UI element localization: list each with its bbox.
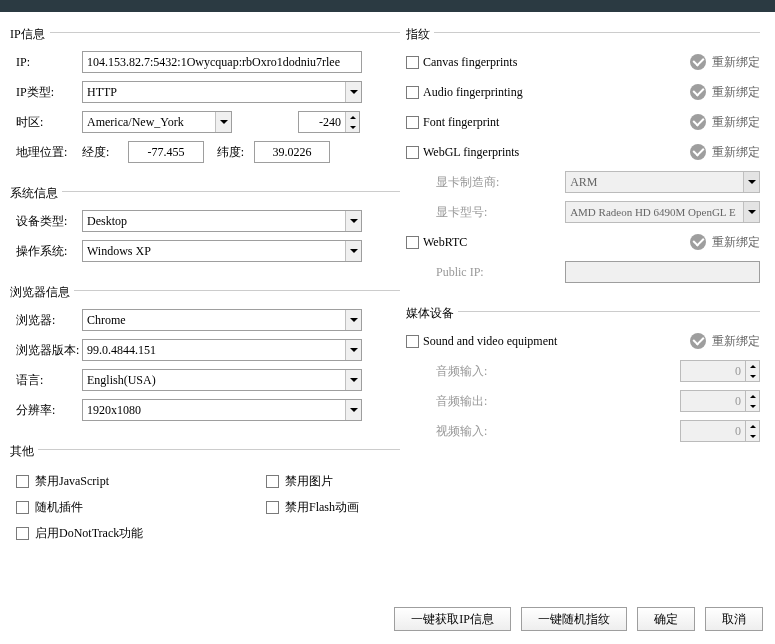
section-title-browser: 浏览器信息 [10,284,400,305]
section-other: 其他 禁用JavaScript 禁用图片 随机插件 禁用Flash动画 启用Do… [10,437,400,546]
check-circle-icon [690,234,706,250]
public-ip-input [565,261,760,283]
lng-input[interactable] [128,141,204,163]
check-circle-icon [690,333,706,349]
res-select[interactable]: 1920x1080 [82,399,362,421]
sound-video-checkbox[interactable] [406,335,419,348]
sound-video-label: Sound and video equipment [423,334,557,349]
os-select[interactable]: Windows XP [82,240,362,262]
spinner-buttons[interactable] [345,112,359,132]
browser-version-value: 99.0.4844.151 [87,343,156,358]
gpu-model-select: AMD Radeon HD 6490M OpenGL E [565,201,760,223]
dnt-checkbox[interactable] [16,527,29,540]
chevron-down-icon [345,241,361,261]
chevron-down-icon [345,340,361,360]
chevron-down-icon [345,211,361,231]
disable-js-label: 禁用JavaScript [35,473,109,490]
gpu-vendor-select: ARM [565,171,760,193]
check-circle-icon [690,84,706,100]
audio-checkbox[interactable] [406,86,419,99]
chevron-down-icon [215,112,231,132]
video-in-label: 视频输入: [406,423,526,440]
section-sys-info: 系统信息 设备类型: Desktop 操作系统: Windows XP [10,179,400,266]
res-label: 分辨率: [10,402,82,419]
chevron-down-icon [345,310,361,330]
lat-label: 纬度: [204,144,254,161]
audio-out-label: 音频输出: [406,393,526,410]
device-type-select[interactable]: Desktop [82,210,362,232]
canvas-checkbox[interactable] [406,56,419,69]
footer: 一键获取IP信息 一键随机指纹 确定 取消 [0,598,775,639]
audio-in-label: 音频输入: [406,363,526,380]
section-media: 媒体设备 Sound and video equipment 重新绑定 音频输入… [406,299,760,446]
font-label: Font fingerprint [423,115,499,130]
lang-select[interactable]: English(USA) [82,369,362,391]
section-ip-info: IP信息 IP: IP类型: HTTP 时区: America/New_York [10,20,400,167]
os-value: Windows XP [87,244,151,259]
check-circle-icon [690,114,706,130]
timezone-value: America/New_York [87,115,184,130]
gpu-vendor-value: ARM [570,175,597,190]
res-value: 1920x1080 [87,403,141,418]
lang-value: English(USA) [87,373,156,388]
ok-button[interactable]: 确定 [637,607,695,631]
chevron-down-icon [743,172,759,192]
device-type-value: Desktop [87,214,127,229]
font-rebind[interactable]: 重新绑定 [690,114,760,131]
public-ip-label: Public IP: [406,265,525,280]
fetch-ip-button[interactable]: 一键获取IP信息 [394,607,511,631]
disable-flash-checkbox[interactable] [266,501,279,514]
ip-type-value: HTTP [87,85,117,100]
dnt-label: 启用DoNotTrack功能 [35,525,143,542]
check-circle-icon [690,54,706,70]
geo-label: 地理位置: [10,144,82,161]
webrtc-rebind[interactable]: 重新绑定 [690,234,760,251]
check-circle-icon [690,144,706,160]
lang-label: 语言: [10,372,82,389]
section-title-fingerprint: 指纹 [406,26,760,47]
video-in-spinner: 0 [680,420,760,442]
disable-js-checkbox[interactable] [16,475,29,488]
tz-offset-input[interactable] [299,112,345,132]
disable-flash-label: 禁用Flash动画 [285,499,359,516]
webrtc-label: WebRTC [423,235,467,250]
webrtc-checkbox[interactable] [406,236,419,249]
font-checkbox[interactable] [406,116,419,129]
section-fingerprint: 指纹 Canvas fingerprints 重新绑定 Audio finger… [406,20,760,287]
device-type-label: 设备类型: [10,213,82,230]
audio-in-spinner: 0 [680,360,760,382]
random-plugin-label: 随机插件 [35,499,83,516]
canvas-rebind[interactable]: 重新绑定 [690,54,760,71]
title-bar [0,0,775,12]
section-browser-info: 浏览器信息 浏览器: Chrome 浏览器版本: 99.0.4844.151 语… [10,278,400,425]
chevron-down-icon [345,82,361,102]
gpu-model-label: 显卡型号: [406,204,525,221]
tz-offset-spinner[interactable] [298,111,360,133]
browser-version-select[interactable]: 99.0.4844.151 [82,339,362,361]
ip-input[interactable] [82,51,362,73]
cancel-button[interactable]: 取消 [705,607,763,631]
disable-img-checkbox[interactable] [266,475,279,488]
browser-version-label: 浏览器版本: [10,342,82,359]
webgl-checkbox[interactable] [406,146,419,159]
ip-type-label: IP类型: [10,84,82,101]
chevron-down-icon [345,400,361,420]
random-plugin-checkbox[interactable] [16,501,29,514]
audio-rebind[interactable]: 重新绑定 [690,84,760,101]
timezone-label: 时区: [10,114,82,131]
timezone-select[interactable]: America/New_York [82,111,232,133]
os-label: 操作系统: [10,243,82,260]
media-rebind[interactable]: 重新绑定 [690,333,760,350]
browser-value: Chrome [87,313,126,328]
browser-select[interactable]: Chrome [82,309,362,331]
section-title-other: 其他 [10,443,400,464]
lng-label: 经度: [82,144,128,161]
random-fp-button[interactable]: 一键随机指纹 [521,607,627,631]
webgl-rebind[interactable]: 重新绑定 [690,144,760,161]
ip-type-select[interactable]: HTTP [82,81,362,103]
chevron-down-icon [743,202,759,222]
audio-label: Audio fingerprinting [423,85,523,100]
lat-input[interactable] [254,141,330,163]
gpu-vendor-label: 显卡制造商: [406,174,525,191]
section-title-ip: IP信息 [10,26,400,47]
